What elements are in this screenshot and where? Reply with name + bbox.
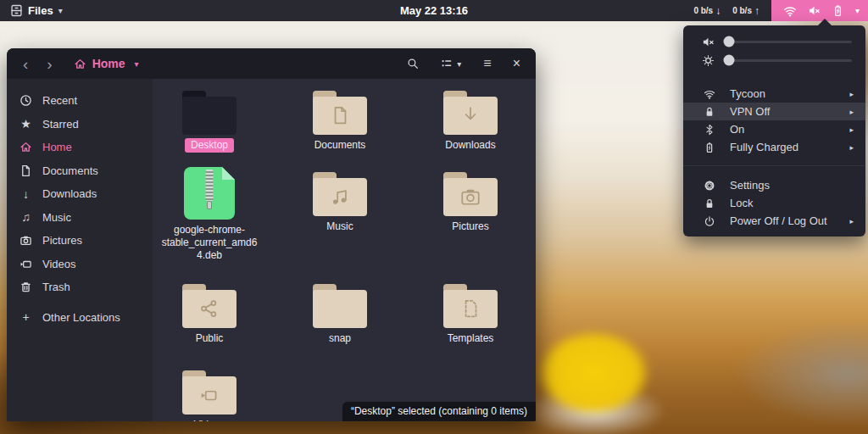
breadcrumb-label: Home bbox=[92, 57, 125, 70]
file-item-documents[interactable]: Documents bbox=[287, 91, 393, 152]
sidebar-item-documents[interactable]: Documents bbox=[7, 159, 153, 183]
close-icon: × bbox=[513, 56, 520, 70]
menu-item-lock[interactable]: Lock bbox=[683, 194, 865, 212]
brightness-icon bbox=[702, 54, 715, 67]
volume-slider[interactable] bbox=[725, 41, 852, 43]
menu-item-settings[interactable]: Settings bbox=[683, 176, 865, 194]
menu-item-wifi-network[interactable]: Tycoon ▸ bbox=[683, 85, 865, 103]
trash-icon bbox=[19, 281, 32, 293]
file-item-downloads[interactable]: Downloads bbox=[417, 91, 524, 152]
menu-item-battery[interactable]: Fully Charged ▸ bbox=[683, 138, 865, 156]
sidebar-item-music[interactable]: ♫ Music bbox=[7, 206, 153, 230]
gear-icon bbox=[704, 180, 715, 192]
down-arrow-icon: ↓ bbox=[715, 5, 721, 17]
sidebar-item-other-locations[interactable]: + Other Locations bbox=[7, 306, 153, 330]
net-up-value: 0 b/s bbox=[732, 6, 752, 15]
music-icon: ♫ bbox=[19, 211, 32, 223]
file-grid: Desktop Documents bbox=[153, 79, 536, 421]
camera-icon bbox=[19, 234, 32, 247]
file-item-music[interactable]: Music bbox=[287, 167, 393, 233]
sidebar-item-pictures[interactable]: Pictures bbox=[7, 229, 153, 253]
file-label: Public bbox=[196, 332, 224, 345]
brightness-slider-row bbox=[683, 51, 865, 70]
home-icon bbox=[19, 141, 32, 153]
sidebar-item-label: Pictures bbox=[42, 234, 82, 247]
sidebar-item-videos[interactable]: Videos bbox=[7, 253, 153, 276]
plus-icon: + bbox=[19, 311, 32, 323]
video-glyph-icon bbox=[198, 384, 220, 406]
document-glyph-icon bbox=[329, 104, 351, 126]
sidebar-item-downloads[interactable]: ↓ Downloads bbox=[7, 182, 153, 206]
sidebar-item-home[interactable]: Home bbox=[7, 136, 153, 159]
submenu-arrow-icon: ▸ bbox=[849, 125, 854, 134]
sidebar-item-recent[interactable]: Recent bbox=[7, 89, 153, 113]
breadcrumb-home[interactable]: Home ▾ bbox=[74, 57, 139, 70]
volume-slider-knob[interactable] bbox=[723, 36, 734, 47]
share-glyph-icon bbox=[198, 298, 220, 320]
app-menu-files[interactable]: Files ▾ bbox=[0, 0, 73, 21]
folder-icon bbox=[443, 172, 498, 216]
close-button[interactable]: × bbox=[506, 54, 527, 73]
zipper bbox=[206, 170, 214, 201]
forward-button[interactable]: › bbox=[39, 56, 59, 72]
menu-item-label: VPN Off bbox=[730, 105, 835, 118]
top-bar: Files ▾ May 22 13:16 0 b/s ↓ 0 b/s ↑ bbox=[0, 0, 868, 21]
sidebar-item-trash[interactable]: Trash bbox=[7, 275, 153, 299]
menu-item-label: On bbox=[730, 123, 835, 136]
wifi-icon bbox=[704, 88, 715, 100]
menu-item-bluetooth[interactable]: On ▸ bbox=[683, 120, 865, 138]
up-arrow-icon: ↑ bbox=[754, 5, 760, 17]
app-menu-label: Files bbox=[28, 4, 53, 17]
search-icon bbox=[407, 58, 419, 70]
sidebar-item-label: Other Locations bbox=[42, 311, 120, 324]
sidebar-item-label: Music bbox=[42, 211, 71, 224]
bluetooth-icon bbox=[704, 124, 715, 136]
submenu-arrow-icon: ▸ bbox=[849, 90, 854, 98]
brightness-slider-knob[interactable] bbox=[723, 55, 734, 66]
sidebar-item-label: Recent bbox=[42, 94, 77, 107]
file-item-desktop[interactable]: Desktop bbox=[156, 91, 263, 152]
menu-item-vpn[interactable]: VPN Off ▸ bbox=[683, 103, 865, 120]
desktop-screen: Files ▾ May 22 13:16 0 b/s ↓ 0 b/s ↑ bbox=[0, 0, 868, 434]
folder-icon bbox=[182, 370, 236, 415]
menu-separator bbox=[683, 165, 865, 166]
folder-icon bbox=[313, 91, 367, 135]
file-item-templates[interactable]: Templates bbox=[417, 284, 524, 345]
sidebar-item-label: Documents bbox=[42, 164, 98, 177]
camera-glyph-icon bbox=[459, 186, 481, 208]
zipper-pull bbox=[207, 201, 212, 209]
net-speed-down: 0 b/s ↓ bbox=[693, 5, 721, 17]
file-item-public[interactable]: Public bbox=[156, 284, 263, 345]
menu-item-power[interactable]: Power Off / Log Out ▸ bbox=[683, 212, 865, 230]
back-button[interactable]: ‹ bbox=[15, 56, 36, 72]
star-icon: ★ bbox=[19, 118, 32, 130]
file-label: Pictures bbox=[452, 220, 488, 233]
submenu-arrow-icon: ▸ bbox=[849, 143, 854, 152]
sidebar-item-starred[interactable]: ★ Starred bbox=[7, 113, 153, 136]
lock-icon bbox=[704, 198, 715, 209]
sidebar-item-label: Videos bbox=[42, 258, 76, 270]
file-item-snap[interactable]: snap bbox=[287, 284, 393, 345]
volume-muted-icon bbox=[808, 4, 821, 17]
music-glyph-icon bbox=[329, 186, 351, 208]
folder-icon bbox=[443, 91, 498, 135]
view-toggle-button[interactable]: ▾ bbox=[433, 53, 469, 74]
sidebar-item-label: Trash bbox=[42, 281, 70, 293]
files-app-icon bbox=[10, 4, 23, 17]
search-button[interactable] bbox=[399, 53, 426, 74]
file-label: snap bbox=[329, 332, 351, 345]
files-window: ‹ › Home ▾ bbox=[7, 48, 536, 421]
file-label: Music bbox=[326, 220, 353, 233]
folder-icon-selected bbox=[182, 91, 236, 135]
window-headerbar[interactable]: ‹ › Home ▾ bbox=[7, 48, 536, 79]
file-item-pictures[interactable]: Pictures bbox=[417, 167, 524, 233]
file-item-videos[interactable]: Videos bbox=[156, 370, 263, 421]
vpn-lock-icon bbox=[704, 106, 715, 118]
folder-icon bbox=[313, 172, 367, 216]
file-label: Videos bbox=[194, 419, 225, 421]
file-item-deb-package[interactable]: google-chrome-stable_current_amd64.deb bbox=[156, 167, 263, 262]
window-menu-button[interactable]: ≡ bbox=[476, 52, 498, 75]
brightness-slider[interactable] bbox=[725, 59, 852, 62]
net-down-value: 0 b/s bbox=[693, 6, 713, 15]
template-glyph-icon bbox=[459, 298, 481, 320]
